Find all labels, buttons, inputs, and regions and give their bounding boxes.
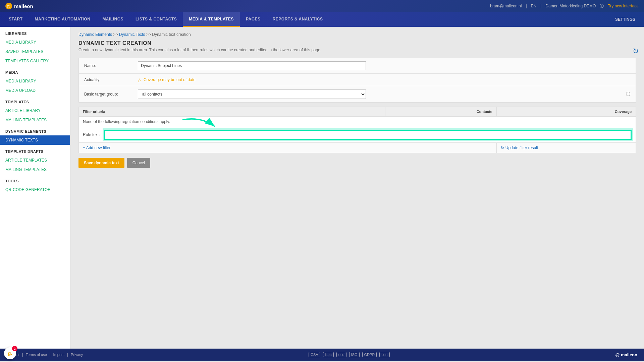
sidebar-item-mailing-templates[interactable]: MAILING TEMPLATES	[0, 115, 70, 125]
sidebar-section-dynamic: DYNAMIC ELEMENTS	[0, 125, 70, 135]
layout: LIBRARIES MEDIA LIBRARY SAVED TEMPLATES …	[0, 27, 644, 349]
update-filter-text: Update filter result	[505, 145, 538, 150]
sidebar-section-tools: TOOLS	[0, 174, 70, 185]
refresh-icon[interactable]: ↻	[633, 47, 639, 56]
top-bar: @ maileon bram@maileon.nl | EN | Damen M…	[0, 0, 644, 12]
footer-sep1: |	[22, 353, 23, 357]
footer-left: Contact | Terms of use | Imprint | Priva…	[7, 353, 83, 357]
sidebar-item-dynamic-texts[interactable]: DYNAMIC TEXTS	[0, 135, 70, 145]
filter-header-contacts: Contacts	[385, 107, 496, 117]
filter-none-label: None of the following regulation conditi…	[79, 117, 636, 127]
page-title: DYNAMIC TEXT CREATION	[78, 40, 636, 46]
chat-badge: 2	[12, 346, 17, 351]
breadcrumb-dynamic-elements[interactable]: Dynamic Elements	[78, 32, 112, 37]
footer-logo: @ maileon	[615, 352, 637, 357]
badge-csa: CSA	[309, 352, 320, 357]
company-link[interactable]: Damen Motorkleding DEMO	[545, 4, 596, 8]
nav-item-reports[interactable]: REPORTS & ANALYTICS	[267, 12, 329, 27]
nav-settings[interactable]: SETTINGS	[609, 12, 641, 27]
top-bar-right: bram@maileon.nl | EN | Damen Motorkledin…	[490, 3, 639, 9]
save-dynamic-text-button[interactable]: Save dynamic text	[78, 158, 124, 168]
sidebar-item-media-upload[interactable]: MEDIA UPLOAD	[0, 86, 70, 95]
nav-item-media[interactable]: MEDIA & TEMPLATES	[183, 12, 240, 27]
page-subtitle: Create a new dynamic text in this area. …	[78, 48, 636, 52]
breadcrumb: Dynamic Elements >> Dynamic Texts >> Dyn…	[78, 32, 636, 37]
nav-item-pages[interactable]: PAGES	[240, 12, 267, 27]
breadcrumb-sep2: >>	[146, 32, 151, 37]
sidebar-item-media-library-media[interactable]: MEDIA LIBRARY	[0, 76, 70, 86]
sidebar-item-article-templates[interactable]: ARTICLE TEMPLATES	[0, 156, 70, 165]
chat-widget[interactable]: g. 2	[4, 347, 16, 359]
target-label: Basic target group:	[84, 92, 138, 97]
rule-text-input[interactable]	[104, 130, 632, 140]
action-buttons: Save dynamic text Cancel	[78, 158, 636, 168]
form-row-actuality: Actuality: △ Coverage may be out of date	[79, 74, 636, 86]
logo-text: maileon	[14, 3, 33, 9]
sidebar-item-qr-generator[interactable]: QR-CODE GENERATOR	[0, 185, 70, 194]
nav-item-mailings[interactable]: MAILINGS	[96, 12, 129, 27]
user-email[interactable]: bram@maileon.nl	[490, 4, 522, 8]
footer: Contact | Terms of use | Imprint | Priva…	[0, 349, 644, 361]
logo: @ maileon	[5, 3, 33, 9]
filter-header-coverage: Coverage	[496, 107, 636, 117]
warn-icon: △	[138, 77, 142, 82]
target-help-icon[interactable]: ⓘ	[626, 91, 630, 97]
actuality-warning: △ Coverage may be out of date	[138, 77, 196, 82]
chat-icon: g.	[8, 351, 12, 356]
sidebar-section-drafts: TEMPLATE DRAFTS	[0, 145, 70, 156]
actuality-label: Actuality:	[84, 77, 138, 82]
badge-cert: cert	[379, 352, 389, 357]
form-area: Name: Actuality: △ Coverage may be out o…	[78, 58, 636, 103]
filter-row-add: + Add new filter ↻ Update filter result	[79, 143, 636, 153]
nav-item-marketing[interactable]: MARKETING AUTOMATION	[29, 12, 97, 27]
lang-separator: |	[526, 4, 527, 8]
form-row-target: Basic target group: all contacts specifi…	[79, 86, 636, 102]
company-separator: |	[540, 4, 541, 8]
badge-iso: ISO	[349, 352, 360, 357]
top-bar-left: @ maileon	[5, 3, 33, 9]
breadcrumb-sep1: >>	[113, 32, 118, 37]
filter-header-criteria: Filter criteria	[79, 107, 385, 117]
try-new-link[interactable]: Try new interface	[608, 4, 639, 8]
sidebar-item-templates-gallery[interactable]: TEMPLATES GALLERY	[0, 56, 70, 66]
main-nav: START MARKETING AUTOMATION MAILINGS LIST…	[0, 12, 644, 27]
sidebar-item-media-library-lib[interactable]: MEDIA LIBRARY	[0, 38, 70, 47]
nav-item-lists[interactable]: LISTS & CONTACTS	[129, 12, 183, 27]
breadcrumb-dynamic-texts[interactable]: Dynamic Texts	[119, 32, 145, 37]
sidebar-section-templates: TEMPLATES	[0, 95, 70, 106]
footer-logo-text: maileon	[621, 352, 637, 357]
logo-icon: @	[5, 3, 12, 9]
sidebar-section-media: MEDIA	[0, 66, 70, 76]
actuality-warning-text: Coverage may be out of date	[144, 77, 196, 82]
cancel-button[interactable]: Cancel	[127, 158, 150, 168]
target-select[interactable]: all contacts specific segment	[138, 89, 366, 99]
refresh-small-icon: ↻	[501, 145, 504, 150]
rule-text-label: Rule text:	[83, 132, 100, 137]
filter-table: Filter criteria Contacts Coverage None o…	[78, 107, 636, 153]
add-filter-link[interactable]: + Add new filter	[83, 145, 110, 150]
footer-sep2: |	[50, 353, 51, 357]
badge-ispa: ispa	[323, 352, 334, 357]
name-label: Name:	[84, 63, 138, 68]
footer-badges: CSA ispa eco ISO GDPR cert	[309, 352, 390, 357]
update-filter-link[interactable]: ↻ Update filter result	[501, 145, 632, 150]
badge-eco: eco	[336, 352, 346, 357]
footer-terms[interactable]: Terms of use	[26, 353, 47, 357]
filter-criteria-section: Filter criteria Contacts Coverage None o…	[78, 107, 636, 168]
filter-row-none: None of the following regulation conditi…	[79, 117, 636, 143]
footer-privacy[interactable]: Privacy	[71, 353, 83, 357]
main-content: Dynamic Elements >> Dynamic Texts >> Dyn…	[70, 27, 644, 349]
footer-sep3: |	[67, 353, 68, 357]
badge-gdpr: GDPR	[362, 352, 377, 357]
footer-imprint[interactable]: Imprint	[53, 353, 65, 357]
footer-logo-at: @	[615, 352, 621, 357]
help-icon[interactable]: ⓘ	[600, 3, 604, 9]
name-input[interactable]	[138, 61, 366, 70]
sidebar-item-article-library[interactable]: ARTICLE LIBRARY	[0, 106, 70, 115]
sidebar: LIBRARIES MEDIA LIBRARY SAVED TEMPLATES …	[0, 27, 70, 349]
lang-link[interactable]: EN	[531, 4, 537, 8]
nav-item-start[interactable]: START	[3, 12, 29, 27]
sidebar-item-saved-templates[interactable]: SAVED TEMPLATES	[0, 47, 70, 56]
sidebar-item-mailing-templates-drafts[interactable]: MAILING TEMPLATES	[0, 165, 70, 174]
breadcrumb-current: Dynamic text creation	[152, 32, 191, 37]
